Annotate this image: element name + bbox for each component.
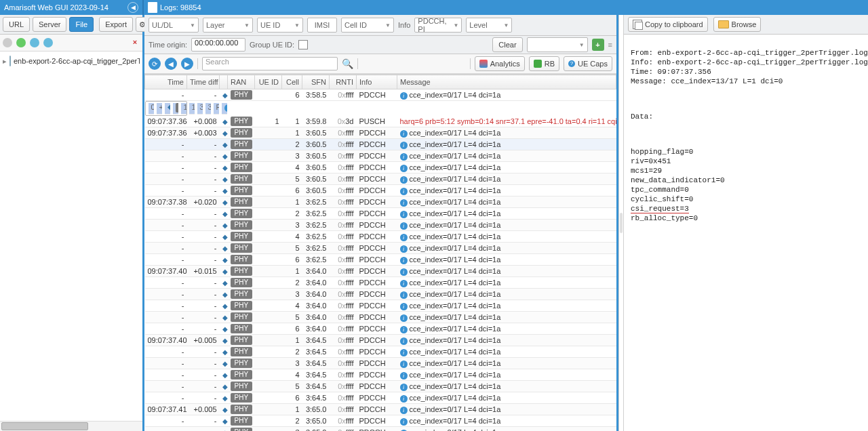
direction-icon: ◆: [222, 233, 228, 241]
uldl-select[interactable]: UL/DL▼: [149, 18, 199, 33]
table-row[interactable]: --◆PHY53:64.50xffffPDCCHicce_index=0/17 …: [145, 381, 616, 392]
table-row[interactable]: --◆PHY53:62.50xffffPDCCHicce_index=0/17 …: [145, 243, 616, 254]
table-row[interactable]: --◆PHY23:65.00xffffPDCCHicce_index=0/17 …: [145, 415, 616, 427]
splitter[interactable]: [618, 15, 624, 431]
table-row[interactable]: --◆PHY23:62.50xffffPDCCHicce_index=0/17 …: [145, 208, 616, 220]
table-row[interactable]: 09:07:37.407+0.005◆PHY13:64.50xffffPDCCH…: [145, 335, 616, 346]
info-icon: i: [400, 142, 408, 149]
direction-icon: ◆: [222, 371, 228, 379]
detail-line: rb_alloc_type=0: [631, 213, 861, 223]
table-row[interactable]: 09:07:37.412+0.005◆PHY13:65.00xffffPDCCH…: [145, 404, 616, 415]
file-icon: [9, 56, 11, 66]
collapse-left-icon[interactable]: ◀: [127, 2, 138, 13]
time-origin-input[interactable]: 00:00:00.000: [191, 38, 245, 52]
col-ueid: UE ID: [255, 75, 282, 89]
ran-badge: PHY: [231, 232, 253, 241]
table-row[interactable]: --◆PHY33:65.00xffffPDCCHicce_index=0/17 …: [145, 427, 616, 432]
header-row[interactable]: Time Time diff RAN UE ID Cell SFN RNTI I…: [145, 75, 616, 89]
server-button[interactable]: Server: [33, 17, 66, 32]
forward-icon[interactable]: ▶: [181, 58, 193, 70]
table-row[interactable]: --◆PHY33:64.00xffffPDCCHicce_index=0/17 …: [145, 289, 616, 300]
imsi-button[interactable]: IMSI: [307, 18, 337, 33]
direction-icon: ◆: [222, 268, 228, 275]
rb-icon: [534, 60, 542, 68]
col-dir: [220, 75, 228, 89]
table-row[interactable]: --◆PHY63:64.50xffffPDCCHicce_index=0/17 …: [145, 392, 616, 404]
mid-pane: UL/DL▼ Layer▼ UE ID▼ IMSI Cell ID▼ Info …: [144, 15, 618, 431]
ran-badge: PHY: [231, 140, 253, 149]
refresh-icon[interactable]: ⟳: [149, 58, 161, 70]
layer-select[interactable]: Layer▼: [203, 18, 253, 33]
table-row[interactable]: --◆PHY23:64.00xffffPDCCHicce_index=0/17 …: [145, 277, 616, 289]
table-row[interactable]: --◆PHY43:64.00xffffPDCCHicce_index=0/17 …: [145, 300, 616, 312]
menu-icon[interactable]: ≡: [608, 41, 612, 49]
table-row[interactable]: --◆PHY43:60.50xffffPDCCHicce_index=0/17 …: [145, 162, 616, 173]
file-button[interactable]: File: [69, 17, 94, 32]
direction-icon: ◆: [222, 302, 228, 310]
table-row[interactable]: --◆PHY63:60.50xffffPDCCHicce_index=0/17 …: [145, 185, 616, 197]
browse-button[interactable]: Browse: [713, 17, 762, 32]
search-input[interactable]: Search: [202, 57, 338, 70]
level-select[interactable]: Level▼: [466, 18, 512, 33]
table-row[interactable]: --◆PHY63:62.50xffffPDCCHicce_index=0/17 …: [145, 254, 616, 266]
info-icon: i: [400, 314, 408, 322]
table-row[interactable]: --◆PHY53:64.00xffffPDCCHicce_index=0/17 …: [145, 312, 616, 323]
binoculars-icon[interactable]: 🔍: [342, 58, 353, 69]
detail-line: riv=0x451: [631, 157, 861, 166]
preset-select[interactable]: ▼: [527, 37, 588, 52]
add-button[interactable]: +: [592, 39, 604, 51]
export-button[interactable]: Export: [99, 17, 133, 32]
tree-arrow-icon[interactable]: ▸: [3, 57, 7, 66]
table-row[interactable]: --◆PHY33:60.50xffffPDCCHicce_index=0/17 …: [145, 150, 616, 162]
direction-icon: ◆: [222, 256, 228, 264]
table-row[interactable]: 09:07:37.364+0.008◆PHY113:59.80x3dPUSCHh…: [145, 116, 616, 127]
rb-button[interactable]: RB: [529, 56, 559, 71]
table-row[interactable]: 09:07:37.356+0.009◆PHY113:59.43dPDCCHicc…: [145, 101, 187, 116]
ran-badge: PHY: [231, 209, 253, 218]
table-row[interactable]: --◆PHY63:58.50xffffPDCCHicce_index=0/17 …: [145, 89, 616, 101]
table-row[interactable]: --◆PHY63:64.00xffffPDCCHicce_index=0/17 …: [145, 323, 616, 335]
uecaps-button[interactable]: ?UE Caps: [564, 56, 612, 71]
close-icon[interactable]: ×: [130, 38, 140, 47]
col-msg: Message: [397, 75, 616, 89]
analytics-button[interactable]: Analytics: [475, 56, 525, 71]
ueid-select[interactable]: UE ID▼: [257, 18, 303, 33]
log-grid[interactable]: Time Time diff RAN UE ID Cell SFN RNTI I…: [144, 74, 616, 431]
table-row[interactable]: --◆PHY23:64.50xffffPDCCHicce_index=0/17 …: [145, 346, 616, 358]
cycle2-icon[interactable]: [43, 38, 53, 47]
info-icon: i: [400, 234, 408, 241]
info-icon: i: [400, 222, 408, 230]
copy-button[interactable]: Copy to clipboard: [628, 17, 708, 32]
direction-icon: ◆: [222, 176, 228, 183]
table-row[interactable]: --◆PHY33:62.50xffffPDCCHicce_index=0/17 …: [145, 220, 616, 231]
cycle-icon[interactable]: [30, 38, 39, 47]
table-row[interactable]: 09:07:37.367+0.003◆PHY13:60.50xffffPDCCH…: [145, 127, 616, 139]
h-scrollbar[interactable]: [0, 421, 142, 431]
table-row[interactable]: 09:07:37.387+0.020◆PHY13:62.50xffffPDCCH…: [145, 197, 616, 208]
refresh-icon[interactable]: [16, 38, 26, 47]
ran-badge: PHY: [176, 103, 178, 112]
table-row[interactable]: --◆PHY53:60.50xffffPDCCHicce_index=0/17 …: [145, 173, 616, 185]
direction-icon: ◆: [222, 279, 228, 287]
col-rnti: RNTI: [330, 75, 357, 89]
table-row[interactable]: --◆PHY33:64.50xffffPDCCHicce_index=0/17 …: [145, 358, 616, 369]
info-select[interactable]: PDCCH, PI▼: [414, 18, 462, 33]
cellid-select[interactable]: Cell ID▼: [341, 18, 394, 33]
direction-icon: ◆: [222, 118, 228, 125]
back-icon[interactable]: ◀: [165, 58, 177, 70]
direction-icon: ◆: [222, 291, 228, 298]
table-row[interactable]: --◆PHY23:60.50xffffPDCCHicce_index=0/17 …: [145, 139, 616, 150]
table-row[interactable]: --◆PHY43:62.50xffffPDCCHicce_index=0/17 …: [145, 231, 616, 243]
info-icon: i: [400, 280, 408, 287]
info-icon: i: [400, 291, 408, 299]
left-pane: URL Server File Export ⚙ × ▸ enb-export-…: [0, 15, 144, 431]
table-row[interactable]: 09:07:37.402+0.015◆PHY13:64.00xffffPDCCH…: [145, 266, 616, 277]
direction-icon: ◆: [222, 141, 228, 148]
logs-title: Logs: 98854: [160, 3, 201, 12]
clear-button[interactable]: Clear: [492, 37, 522, 52]
url-button[interactable]: URL: [3, 17, 30, 32]
col-cell: Cell: [282, 75, 302, 89]
tree-item[interactable]: ▸ enb-export-2-6cc-ap-cqi_trigger_2perTr…: [3, 54, 140, 68]
table-row[interactable]: --◆PHY43:64.50xffffPDCCHicce_index=0/17 …: [145, 369, 616, 381]
group-ueid-checkbox[interactable]: [298, 40, 308, 49]
